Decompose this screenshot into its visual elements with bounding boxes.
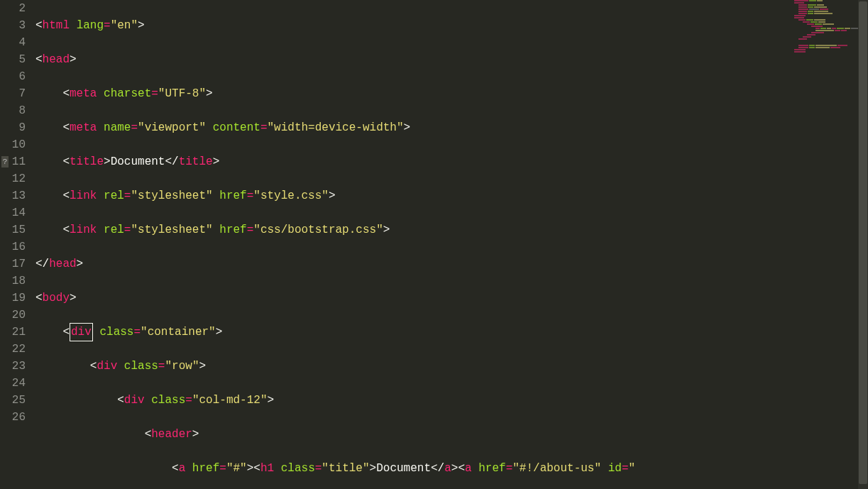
code-editor[interactable]: 2 3 4 5 6 7 8 9 10 ?11 12 13 14 15 16 17… bbox=[0, 0, 868, 489]
line-number: 4 bbox=[0, 34, 26, 51]
code-line: <div class="row"> bbox=[35, 358, 868, 375]
line-number: 20 bbox=[0, 307, 26, 324]
line-number: 23 bbox=[0, 358, 26, 375]
line-number: 6 bbox=[0, 68, 26, 85]
line-number: 10 bbox=[0, 136, 26, 153]
cursor-selection: div bbox=[70, 323, 93, 341]
code-line: <div class="col-md-12"> bbox=[35, 392, 868, 409]
code-line: <div class="container"> bbox=[35, 324, 868, 341]
vertical-scrollbar[interactable] bbox=[858, 0, 868, 489]
code-area[interactable]: <html lang="en"> <head> <meta charset="U… bbox=[35, 0, 868, 489]
line-number: 21 bbox=[0, 324, 26, 341]
code-line: <head> bbox=[35, 51, 868, 68]
line-number: 5 bbox=[0, 51, 26, 68]
line-number: 17 bbox=[0, 256, 26, 273]
code-line: <meta name="viewport" content="width=dev… bbox=[35, 119, 868, 136]
code-line: <title>Document</title> bbox=[35, 153, 868, 170]
minimap[interactable] bbox=[794, 0, 865, 85]
line-number: 7 bbox=[0, 85, 26, 102]
line-number: 2 bbox=[0, 0, 26, 17]
line-number: 3 bbox=[0, 17, 26, 34]
line-number: 8 bbox=[0, 102, 26, 119]
line-number: 15 bbox=[0, 221, 26, 238]
code-line: <link rel="stylesheet" href="style.css"> bbox=[35, 187, 868, 204]
line-number: 18 bbox=[0, 273, 26, 290]
line-number: 22 bbox=[0, 341, 26, 358]
line-number-gutter: 2 3 4 5 6 7 8 9 10 ?11 12 13 14 15 16 17… bbox=[0, 0, 35, 489]
code-line: <a href="#"><h1 class="title">Document</… bbox=[35, 460, 868, 477]
code-line: <body> bbox=[35, 290, 868, 307]
line-number: 16 bbox=[0, 238, 26, 256]
line-number: 14 bbox=[0, 204, 26, 221]
line-number: 19 bbox=[0, 290, 26, 307]
line-number: 24 bbox=[0, 375, 26, 392]
code-line: <header> bbox=[35, 426, 868, 443]
code-line: </head> bbox=[35, 256, 868, 273]
code-line: <link rel="stylesheet" href="css/bootstr… bbox=[35, 221, 868, 238]
line-number: 25 bbox=[0, 392, 26, 409]
scrollbar-thumb[interactable] bbox=[859, 1, 867, 484]
line-number: 12 bbox=[0, 170, 26, 187]
code-line: <html lang="en"> bbox=[35, 17, 868, 34]
gutter-marker-icon: ? bbox=[1, 156, 9, 167]
line-number: 9 bbox=[0, 119, 26, 136]
code-line: <meta charset="UTF-8"> bbox=[35, 85, 868, 102]
line-number: 26 bbox=[0, 409, 26, 426]
line-number: ?11 bbox=[0, 153, 26, 170]
line-number: 13 bbox=[0, 187, 26, 204]
